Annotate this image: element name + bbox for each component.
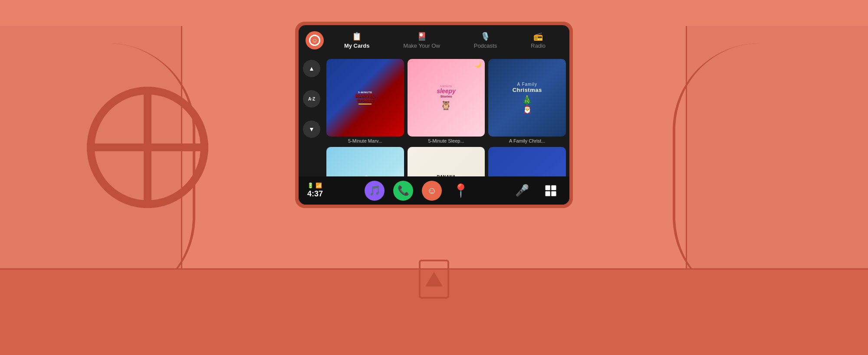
card-animal[interactable]: ☁️ Animal 🐘 Animal... <box>326 147 404 176</box>
card-sleepy[interactable]: 5-Minute sleepy Stories 🦉 🌙 5-Minute Sle… <box>408 59 485 143</box>
app-logo[interactable] <box>306 31 324 49</box>
app-logo-icon <box>309 35 320 46</box>
taskbar-center: 🎵 📞 ☺ 📍 <box>365 181 470 201</box>
maps-app-button[interactable]: 📍 <box>450 181 470 201</box>
tab-my-cards[interactable]: 📋 My Cards <box>341 30 373 51</box>
stories-app-icon: ☺ <box>427 185 437 196</box>
card-cover-animal: ☁️ Animal 🐘 <box>326 147 404 176</box>
battery-icon: 🔋 <box>307 182 314 189</box>
hazard-area <box>419 260 449 299</box>
phone-app-button[interactable]: 📞 <box>393 181 413 201</box>
card-banana[interactable]: BANANA PANCAKES Make Your Own Stories 🥞 … <box>408 147 485 176</box>
maps-app-icon: 📍 <box>453 183 469 198</box>
vent-box <box>419 260 449 299</box>
tab-radio[interactable]: 📻 Radio <box>527 30 549 51</box>
screen-header: 📋 My Cards 🎴 Make Your Ow 🎙️ Podcasts 📻 … <box>299 25 569 55</box>
svg-rect-2 <box>546 191 550 196</box>
podcasts-app-button[interactable]: 🎵 <box>365 181 385 201</box>
microphone-button[interactable]: 🎤 <box>512 181 532 201</box>
chevron-up-icon: ▲ <box>309 65 315 72</box>
card-title-sleepy: 5-Minute Sleep... <box>408 138 485 143</box>
card-cover-biggest: BIGGEST IDEAS 🤖🚀 <box>488 147 566 176</box>
card-cover-sleepy: 5-Minute sleepy Stories 🦉 🌙 <box>408 59 485 137</box>
card-biggest[interactable]: BIGGEST IDEAS 🤖🚀 Biggest Ideas... <box>488 147 566 176</box>
card-cover-banana: BANANA PANCAKES Make Your Own Stories 🥞 <box>408 147 485 176</box>
stories-app-button[interactable]: ☺ <box>422 181 442 201</box>
svg-rect-0 <box>546 185 550 190</box>
my-cards-tab-icon: 📋 <box>352 32 362 41</box>
dashboard-bottom <box>0 268 868 355</box>
tab-podcasts[interactable]: 🎙️ Podcasts <box>470 30 500 51</box>
steering-wheel <box>87 87 208 208</box>
taskbar-right: 🎤 <box>512 181 561 201</box>
status-icons: 🔋 📶 <box>307 182 322 189</box>
card-marvel[interactable]: 5-Minute MARVEL STORIES 5-Minute Marv... <box>326 59 404 143</box>
radio-tab-label: Radio <box>531 42 546 49</box>
make-your-own-tab-label: Make Your Ow <box>403 42 440 49</box>
az-icon: A·Z <box>308 97 315 101</box>
card-cover-marvel: 5-Minute MARVEL STORIES <box>326 59 404 137</box>
radio-tab-icon: 📻 <box>533 32 543 41</box>
podcasts-app-icon: 🎵 <box>369 185 381 196</box>
tab-make-your-own[interactable]: 🎴 Make Your Ow <box>400 30 444 51</box>
screen: 📋 My Cards 🎴 Make Your Ow 🎙️ Podcasts 📻 … <box>299 25 569 205</box>
screen-content: ▲ A·Z ▼ 5-Minute MARVEL STOR <box>299 55 569 176</box>
svg-rect-1 <box>551 185 556 190</box>
cards-grid: 5-Minute MARVEL STORIES 5-Minute Marv...… <box>325 55 569 176</box>
screen-frame: 📋 My Cards 🎴 Make Your Ow 🎙️ Podcasts 📻 … <box>295 22 573 208</box>
card-title-marvel: 5-Minute Marv... <box>326 138 404 143</box>
my-cards-tab-label: My Cards <box>344 42 370 49</box>
signal-icon: 📶 <box>316 182 322 189</box>
nav-tabs: 📋 My Cards 🎴 Make Your Ow 🎙️ Podcasts 📻 … <box>327 30 562 51</box>
phone-app-icon: 📞 <box>398 185 409 196</box>
card-christmas[interactable]: A Family Christmas 🎄 🎅 A Family Christ..… <box>488 59 566 143</box>
microphone-icon: 🎤 <box>515 184 529 197</box>
svg-rect-3 <box>551 191 556 196</box>
scroll-down-button[interactable]: ▼ <box>303 121 320 138</box>
taskbar: 🔋 📶 4:37 🎵 📞 ☺ 📍 <box>299 176 569 205</box>
grid-view-button[interactable] <box>541 181 561 201</box>
scroll-up-button[interactable]: ▲ <box>303 60 320 77</box>
card-title-christmas: A Family Christ... <box>488 138 566 143</box>
hazard-triangle-icon <box>425 272 443 287</box>
grid-icon <box>544 184 557 197</box>
podcasts-tab-icon: 🎙️ <box>480 32 490 41</box>
podcasts-tab-label: Podcasts <box>474 42 497 49</box>
taskbar-left: 🔋 📶 4:37 <box>307 182 323 199</box>
make-your-own-tab-icon: 🎴 <box>417 32 427 41</box>
card-cover-christmas: A Family Christmas 🎄 🎅 <box>488 59 566 137</box>
sidebar-controls: ▲ A·Z ▼ <box>299 55 325 176</box>
clock-time: 4:37 <box>307 189 323 199</box>
az-sort-button[interactable]: A·Z <box>303 90 320 107</box>
chevron-down-icon: ▼ <box>309 126 315 133</box>
